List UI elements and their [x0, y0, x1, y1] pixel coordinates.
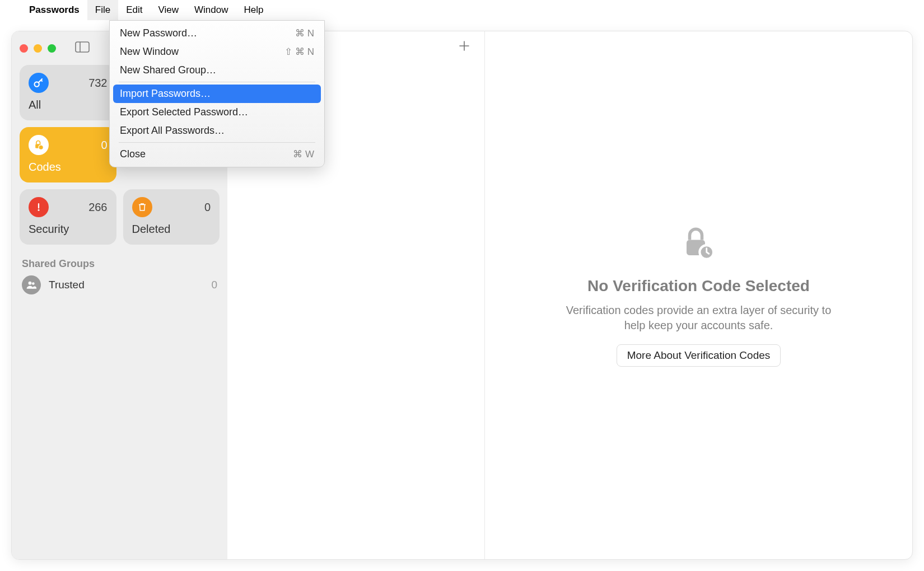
- menu-item-label: Import Passwords…: [120, 88, 211, 100]
- menubar: Passwords File Edit View Window Help: [0, 0, 924, 20]
- tile-count: 0: [101, 139, 107, 152]
- menu-item-label: Export Selected Password…: [120, 106, 248, 118]
- tile-label: Deleted: [132, 223, 211, 236]
- menubar-file[interactable]: File: [87, 0, 118, 20]
- tile-count: 266: [88, 201, 107, 214]
- menu-separator: [119, 142, 315, 143]
- svg-rect-0: [76, 42, 89, 52]
- tile-label: Codes: [29, 161, 108, 174]
- empty-state-description: Verification codes provide an extra laye…: [559, 303, 839, 333]
- menu-item-shortcut: ⌘ N: [295, 27, 314, 39]
- sidebar-toggle-icon[interactable]: [75, 41, 90, 55]
- menu-item-label: New Password…: [120, 27, 197, 39]
- file-menu-dropdown: New Password… ⌘ N New Window ⇧ ⌘ N New S…: [109, 20, 325, 167]
- menu-new-shared-group[interactable]: New Shared Group…: [113, 61, 321, 79]
- svg-point-5: [38, 209, 40, 211]
- sidebar-tile-all[interactable]: 732 All: [20, 65, 116, 120]
- exclamation-icon: [29, 197, 49, 217]
- menu-item-label: New Shared Group…: [120, 64, 216, 76]
- traffic-lights: [20, 44, 56, 53]
- lock-clock-icon: [29, 135, 49, 155]
- tile-count: 0: [204, 201, 211, 214]
- key-icon: [29, 73, 49, 93]
- menubar-edit[interactable]: Edit: [118, 0, 150, 20]
- menu-new-window[interactable]: New Window ⇧ ⌘ N: [113, 43, 321, 61]
- shared-group-row[interactable]: Trusted 0: [20, 270, 220, 300]
- tile-label: Security: [29, 223, 108, 236]
- menu-new-password[interactable]: New Password… ⌘ N: [113, 24, 321, 43]
- menu-item-label: Export All Passwords…: [120, 125, 225, 137]
- empty-state-title: No Verification Code Selected: [587, 277, 810, 295]
- menu-item-label: New Window: [120, 46, 179, 58]
- menu-item-shortcut: ⇧ ⌘ N: [284, 46, 314, 58]
- sidebar-tile-codes[interactable]: 0 Codes: [20, 127, 116, 182]
- tile-label: All: [29, 99, 108, 111]
- people-icon: [22, 275, 41, 294]
- minimize-window-button[interactable]: [34, 44, 42, 53]
- menu-item-label: Close: [120, 148, 146, 160]
- menu-import-passwords[interactable]: Import Passwords…: [113, 85, 321, 103]
- menu-item-shortcut: ⌘ W: [293, 148, 314, 160]
- detail-pane: No Verification Code Selected Verificati…: [485, 31, 912, 559]
- menu-separator: [119, 82, 315, 82]
- menubar-view[interactable]: View: [150, 0, 186, 20]
- tile-count: 732: [88, 77, 107, 90]
- plus-icon: [458, 39, 471, 53]
- menu-close[interactable]: Close ⌘ W: [113, 145, 321, 163]
- fullscreen-window-button[interactable]: [48, 44, 56, 53]
- menu-export-all[interactable]: Export All Passwords…: [113, 121, 321, 140]
- shared-group-count: 0: [211, 279, 217, 291]
- menubar-help[interactable]: Help: [236, 0, 271, 20]
- sidebar-tile-deleted[interactable]: 0 Deleted: [123, 189, 220, 245]
- menu-export-selected[interactable]: Export Selected Password…: [113, 103, 321, 121]
- lock-clock-large-icon: [680, 224, 717, 264]
- sidebar-tile-security[interactable]: 266 Security: [20, 189, 116, 245]
- shared-groups-header: Shared Groups: [20, 258, 220, 270]
- menubar-window[interactable]: Window: [186, 0, 236, 20]
- svg-point-4: [39, 145, 43, 149]
- add-button[interactable]: [458, 39, 471, 57]
- svg-point-6: [29, 282, 32, 285]
- shared-group-name: Trusted: [49, 279, 203, 291]
- more-about-codes-button[interactable]: More About Verification Codes: [617, 344, 781, 367]
- menubar-app-name[interactable]: Passwords: [21, 0, 87, 20]
- svg-point-7: [32, 282, 35, 285]
- trash-icon: [132, 197, 152, 217]
- close-window-button[interactable]: [20, 44, 28, 53]
